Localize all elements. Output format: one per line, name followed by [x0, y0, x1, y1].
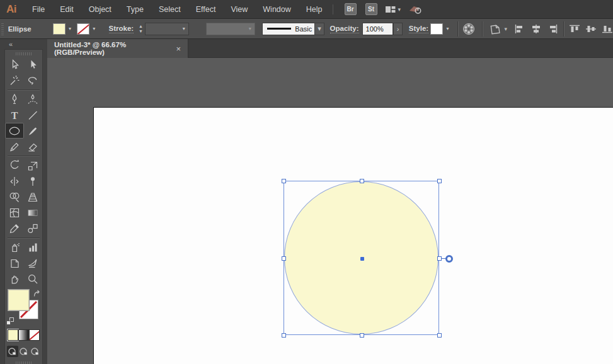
isolate-object-icon[interactable]: ▾ — [488, 22, 507, 36]
selection-handle[interactable] — [437, 256, 442, 261]
vertical-align-bottom-icon[interactable] — [602, 21, 613, 37]
mesh-tool[interactable] — [5, 205, 24, 220]
rotate-tool[interactable] — [5, 157, 24, 173]
horizontal-align-left-icon[interactable] — [514, 21, 525, 37]
brush-dropdown-chevron-icon[interactable]: ▾ — [315, 23, 324, 35]
selection-handle[interactable] — [360, 333, 364, 338]
gradient-swatch-button[interactable] — [18, 329, 29, 341]
menu-item-object[interactable]: Object — [81, 0, 119, 19]
blend-tool[interactable] — [24, 220, 43, 236]
menu-item-file[interactable]: File — [25, 0, 52, 19]
stroke-color-swatch[interactable] — [77, 23, 89, 35]
draw-behind-button[interactable] — [18, 346, 30, 357]
stroke-color-chevron-icon[interactable]: ▾ — [89, 23, 98, 35]
toolbar-panel: T — [4, 49, 43, 364]
collapse-panel-button[interactable]: « — [0, 39, 47, 49]
shaper-tool[interactable] — [5, 139, 24, 154]
direct-selection-tool[interactable] — [24, 57, 43, 72]
document-tab[interactable]: Untitled-3* @ 66.67% (RGB/Preview) × — [47, 39, 188, 58]
selection-bounding-box[interactable] — [284, 181, 439, 335]
recolor-artwork-icon[interactable] — [462, 22, 476, 36]
menu-item-type[interactable]: Type — [119, 0, 151, 19]
draw-normal-button[interactable] — [7, 346, 18, 357]
paintbrush-tool[interactable] — [24, 123, 43, 139]
selection-tool[interactable] — [5, 57, 24, 72]
style-panel-link[interactable]: Style: — [409, 25, 428, 33]
menu-item-view[interactable]: View — [223, 0, 255, 19]
fill-color-chevron-icon[interactable]: ▾ — [66, 23, 74, 35]
fill-indicator-swatch[interactable] — [8, 290, 29, 310]
lasso-tool[interactable] — [24, 72, 43, 88]
panel-bottom-grip[interactable] — [16, 361, 32, 364]
selection-handle[interactable] — [437, 179, 442, 183]
opacity-more-button[interactable]: › — [393, 23, 402, 35]
horizontal-align-right-icon[interactable] — [547, 21, 558, 37]
stroke-panel-link[interactable]: Stroke: — [109, 25, 134, 33]
selection-type-label: Ellipse — [8, 25, 32, 33]
type-tool[interactable]: T — [5, 107, 24, 123]
selection-handle[interactable] — [282, 256, 286, 261]
style-swatch[interactable] — [430, 23, 443, 35]
curvature-tool[interactable] — [24, 91, 43, 107]
panel-drag-grip[interactable] — [16, 52, 32, 55]
none-swatch-button[interactable] — [29, 329, 40, 341]
workspace-switcher-icon[interactable]: ▾ — [385, 4, 401, 14]
gpu-performance-icon[interactable] — [408, 4, 423, 15]
menu-item-edit[interactable]: Edit — [52, 0, 81, 19]
menu-item-help[interactable]: Help — [299, 0, 330, 19]
eraser-tool[interactable] — [24, 139, 43, 154]
width-profile-dropdown[interactable]: ▾ — [206, 23, 255, 35]
draw-inside-button[interactable] — [29, 346, 40, 357]
slice-tool[interactable] — [24, 255, 43, 271]
horizontal-align-center-icon[interactable] — [530, 21, 542, 37]
gradient-tool[interactable] — [24, 205, 43, 220]
perspective-grid-tool[interactable] — [24, 189, 43, 205]
shape-center-point[interactable] — [360, 257, 364, 261]
close-tab-icon[interactable]: × — [174, 44, 183, 54]
live-shape-widget-icon[interactable] — [445, 255, 453, 263]
selection-handle[interactable] — [437, 333, 442, 338]
width-tool[interactable] — [5, 173, 24, 189]
menu-item-effect[interactable]: Effect — [188, 0, 224, 19]
canvas-pasteboard[interactable] — [47, 58, 613, 364]
puppet-warp-tool[interactable] — [24, 173, 43, 189]
menubar-divider — [333, 4, 333, 14]
controlbar-grip[interactable] — [0, 22, 4, 35]
selection-handle[interactable] — [360, 179, 364, 183]
menu-item-select[interactable]: Select — [151, 0, 188, 19]
tool-row — [5, 123, 42, 139]
scale-tool[interactable] — [24, 157, 43, 173]
shape-builder-tool[interactable] — [5, 189, 24, 205]
swap-fill-stroke-icon[interactable] — [33, 290, 41, 298]
menu-item-window[interactable]: Window — [255, 0, 298, 19]
selection-handle[interactable] — [282, 179, 286, 183]
stock-button[interactable]: St — [365, 3, 377, 15]
line-segment-tool[interactable] — [24, 107, 43, 123]
selection-handle[interactable] — [282, 333, 286, 338]
tool-row — [5, 72, 42, 88]
style-chevron-icon[interactable]: ▾ — [443, 23, 452, 35]
ellipse-tool[interactable] — [5, 123, 24, 139]
color-swatch-button[interactable] — [8, 329, 18, 341]
fill-color-swatch[interactable] — [53, 23, 66, 35]
vertical-align-top-icon[interactable] — [569, 21, 580, 37]
controlbar-divider — [482, 21, 483, 37]
artboard-tool[interactable] — [5, 255, 24, 271]
color-type-buttons — [5, 329, 42, 341]
stroke-weight-dropdown[interactable]: ▾ — [145, 23, 190, 35]
hand-tool[interactable] — [5, 271, 24, 287]
bridge-button[interactable]: Br — [345, 3, 357, 15]
default-fill-stroke-icon[interactable] — [6, 317, 14, 325]
eyedropper-tool[interactable] — [5, 220, 24, 236]
opacity-panel-link[interactable]: Opacity: — [330, 25, 359, 33]
vertical-align-center-icon[interactable] — [585, 21, 597, 37]
column-graph-tool[interactable] — [24, 239, 43, 255]
opacity-input[interactable]: 100% — [362, 23, 394, 35]
tool-group-divider — [8, 89, 40, 90]
zoom-tool[interactable] — [24, 271, 43, 287]
stroke-weight-stepper[interactable]: ▲▼ — [137, 22, 144, 36]
magic-wand-tool[interactable] — [5, 72, 24, 88]
brush-definition-dropdown[interactable]: Basic — [262, 23, 315, 35]
pen-tool[interactable] — [5, 91, 24, 107]
symbol-sprayer-tool[interactable] — [5, 239, 24, 255]
